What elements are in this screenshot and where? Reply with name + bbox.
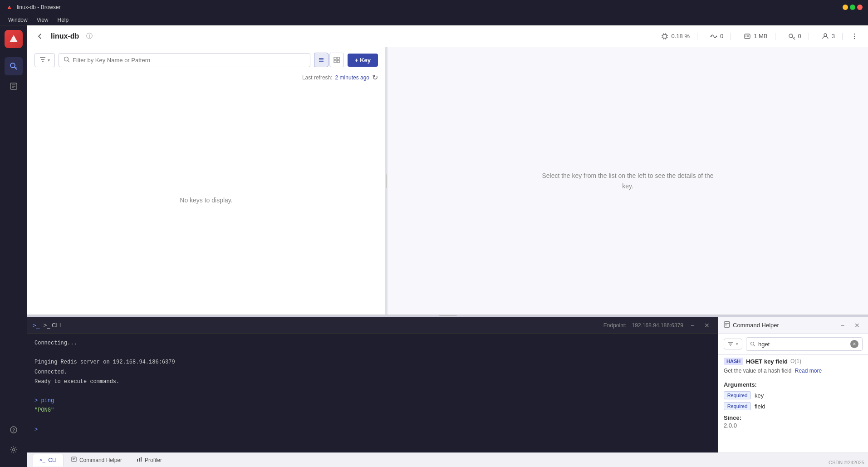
browser-toolbar: ▾ <box>27 47 385 71</box>
cli-line: Connecting... <box>34 339 711 348</box>
cli-header: >_ >_ CLI Endpoint: 192.168.94.186:6379 … <box>27 317 718 334</box>
menu-view[interactable]: View <box>32 16 53 24</box>
tab-cmd-icon <box>71 457 77 463</box>
svg-point-20 <box>710 35 711 37</box>
add-key-button[interactable]: + Key <box>348 54 378 67</box>
svg-line-37 <box>68 60 70 62</box>
db-name: linux-db <box>51 32 79 40</box>
cmd-type-badge: HASH <box>724 358 743 365</box>
arg-required-key: Required <box>724 391 751 399</box>
info-icon[interactable]: ⓘ <box>86 32 93 40</box>
stat-cpu-value: 0.18 % <box>671 33 689 39</box>
cli-title-label: >_ CLI <box>44 322 61 329</box>
browser-panel: ▾ <box>27 47 386 315</box>
maximize-button[interactable]: □ <box>850 5 855 10</box>
search-icon <box>64 56 70 64</box>
app-icon: 🔺 <box>5 4 13 11</box>
cmd-search-wrap: × <box>746 337 863 351</box>
cli-panel: >_ >_ CLI Endpoint: 192.168.94.186:6379 … <box>27 317 718 452</box>
menu-help[interactable]: Help <box>53 16 73 24</box>
cli-cmd-ping: > ping <box>34 397 711 405</box>
search-input[interactable] <box>73 57 305 64</box>
svg-point-32 <box>854 38 855 39</box>
since-label: Since: <box>724 414 863 421</box>
tab-profiler[interactable]: Profiler <box>130 453 169 467</box>
svg-point-21 <box>716 35 717 37</box>
cli-line: Ready to execute commands. <box>34 378 711 386</box>
cli-minimize-button[interactable]: − <box>687 320 698 331</box>
cli-line: Connected. <box>34 368 711 377</box>
minimize-button[interactable]: − <box>843 5 848 10</box>
watermark: CSDN ©242025 <box>829 460 864 465</box>
cli-body[interactable]: Connecting... Pinging Redis server on 19… <box>27 334 718 452</box>
cmd-filter-button[interactable]: ▾ <box>724 339 742 349</box>
svg-point-10 <box>13 449 15 451</box>
bottom-area: >_ >_ CLI Endpoint: 192.168.94.186:6379 … <box>27 316 868 452</box>
stat-memory-value: 1 MB <box>754 33 767 39</box>
menu-window[interactable]: Window <box>4 16 32 24</box>
filter-button[interactable]: ▾ <box>34 53 55 67</box>
sidebar-item-settings[interactable] <box>5 441 23 459</box>
tab-cmd-helper[interactable]: Command Helper <box>64 453 129 467</box>
refresh-time: 2 minutes ago <box>335 74 369 81</box>
sidebar-divider <box>7 101 20 101</box>
cmd-filter-icon <box>728 341 733 347</box>
svg-line-28 <box>794 37 794 38</box>
keys-icon <box>788 33 795 40</box>
svg-line-52 <box>754 345 755 346</box>
more-icon <box>851 33 858 40</box>
back-button[interactable] <box>34 31 45 42</box>
cmd-filter-chevron: ▾ <box>736 342 738 346</box>
app: ? linux-db ⓘ <box>0 25 868 467</box>
svg-rect-53 <box>72 457 76 462</box>
read-more-link[interactable]: Read more <box>795 368 822 374</box>
svg-point-26 <box>789 34 793 38</box>
svg-rect-42 <box>337 57 339 59</box>
stat-users: 3 <box>814 33 843 40</box>
search-container <box>59 53 310 67</box>
svg-point-31 <box>854 35 855 36</box>
connections-icon <box>710 33 717 40</box>
bottom-tabs: >_ CLI Command Helper <box>27 452 868 467</box>
more-button[interactable] <box>848 30 861 43</box>
svg-rect-56 <box>137 459 138 462</box>
view-grid-button[interactable] <box>329 53 344 67</box>
tab-cmd-label: Command Helper <box>79 457 122 463</box>
cpu-icon <box>661 33 668 40</box>
cli-endpoint-value: 192.168.94.186:6379 <box>632 322 683 329</box>
users-icon <box>822 33 829 40</box>
cmd-helper-panel: Command Helper − ✕ <box>718 317 868 452</box>
sidebar-item-help[interactable]: ? <box>5 421 23 439</box>
cmd-description: Get the value of a hash field Read more <box>718 367 868 379</box>
svg-point-51 <box>751 342 754 345</box>
cli-line: Pinging Redis server on 192.168.94.186:6… <box>34 358 711 367</box>
cmd-minimize-button[interactable]: − <box>837 320 848 331</box>
svg-point-36 <box>64 57 69 61</box>
cmd-helper-title: Command Helper <box>724 321 779 329</box>
svg-rect-44 <box>337 60 339 63</box>
tab-cli[interactable]: >_ CLI <box>33 454 64 467</box>
cli-title: >_ >_ CLI <box>33 322 61 329</box>
cli-icon: >_ <box>33 322 40 329</box>
cli-line <box>34 387 711 396</box>
cmd-arg-key: Required key <box>718 390 868 401</box>
refresh-label: Last refresh: <box>302 74 333 81</box>
cmd-helper-title-label: Command Helper <box>733 322 779 329</box>
stat-cpu: 0.18 % <box>654 33 697 40</box>
cmd-close-button[interactable]: ✕ <box>852 320 863 331</box>
refresh-button[interactable]: ↻ <box>372 73 378 82</box>
view-list-button[interactable] <box>314 53 329 67</box>
stat-keys-value: 0 <box>798 33 801 39</box>
sidebar-item-editor[interactable] <box>5 77 23 95</box>
content: linux-db ⓘ 0.18 % <box>27 25 868 467</box>
arg-required-field: Required <box>724 402 751 410</box>
cmd-search-input[interactable] <box>758 341 848 348</box>
cli-close-button[interactable]: ✕ <box>701 320 712 331</box>
cmd-clear-button[interactable]: × <box>850 340 858 348</box>
cmd-desc-text: Get the value of a hash field <box>724 368 791 374</box>
cli-prompt: > <box>34 426 711 434</box>
detail-placeholder: Select the key from the list on the left… <box>537 171 719 191</box>
close-button[interactable]: ✕ <box>857 5 863 10</box>
sidebar-item-keys[interactable] <box>5 57 23 75</box>
svg-line-3 <box>15 67 16 68</box>
